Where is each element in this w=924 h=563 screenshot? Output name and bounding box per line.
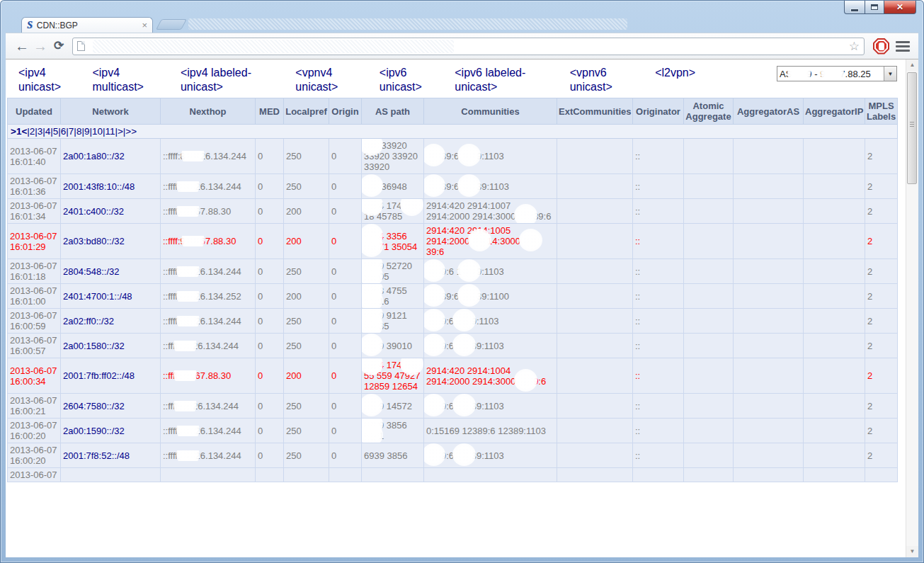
cell-atomic-aggregate [684, 334, 734, 358]
cell-network: 2804:548::/32 [61, 259, 161, 284]
cell-as-path: 36948 [362, 174, 424, 199]
cell-med [256, 468, 284, 482]
reload-button[interactable]: ⟳ [50, 37, 68, 55]
cell-localpref: 200 [284, 199, 329, 224]
cell-med: 0 [256, 394, 284, 419]
table-row: 2013-06-07 16:00:21 2604:7580::/32 ::fff… [8, 394, 898, 419]
network-link[interactable]: 2a00:1590::/32 [63, 426, 125, 436]
redaction-blur [364, 362, 379, 368]
cell-localpref [284, 468, 329, 482]
cell-origin: 0 [329, 284, 362, 309]
tab-close-icon[interactable]: × [142, 21, 147, 30]
cell-nexthop: ::ffff:967.88.30 [161, 224, 256, 259]
cell-extcommunities [557, 139, 633, 174]
back-button[interactable]: ← [13, 37, 31, 55]
cell-nexthop: ::ffff:26.134.244 [161, 174, 256, 199]
redaction-blur [364, 323, 379, 329]
menu-icon[interactable] [896, 41, 910, 52]
redaction-blur [364, 183, 379, 190]
redaction-blur [825, 71, 840, 77]
network-link[interactable]: 2a00:1a80::/32 [63, 151, 125, 161]
cell-originator: :: [633, 443, 684, 468]
cell-updated: 2013-06-07 16:01:34 [8, 199, 61, 224]
browser-window: ✕ S CDN::BGP × ← → ⟳ ☆ <ipv4 unicast> <i… [0, 0, 924, 563]
as-selector-value: AS9 - 97.88.25 [777, 69, 884, 79]
network-link[interactable]: 2401:4700:1::/48 [63, 291, 132, 302]
close-window-button[interactable]: ✕ [884, 1, 916, 14]
pagination-links[interactable]: |2|3|4|5|6|7|8|9|10|11|>|>> [27, 126, 137, 137]
scroll-down-button[interactable]: ▼ [906, 546, 918, 557]
cell-origin: 0 [329, 334, 362, 358]
nav-ipv4-unicast[interactable]: <ipv4 unicast> [18, 66, 65, 94]
network-link[interactable]: 2804:548::/32 [63, 266, 120, 277]
cell-aggregator-ip [804, 309, 865, 334]
as-selector[interactable]: AS9 - 97.88.25 ▼ [777, 66, 897, 81]
col-header-mpls-labels: MPLS Labels [865, 98, 898, 125]
col-header-localpref: Localpref [284, 98, 329, 125]
redaction-blur [426, 293, 441, 300]
cell-aggregator-ip [804, 394, 865, 419]
nav-vpnv4-unicast[interactable]: <vpnv4 unicast> [295, 66, 352, 94]
network-link[interactable]: 2401:c400::/32 [63, 206, 124, 217]
network-link[interactable]: 2001:7fb:ff02::/48 [63, 370, 135, 381]
address-family-nav: <ipv4 unicast> <ipv4 multicast> <ipv4 la… [6, 59, 906, 98]
forward-button[interactable]: → [31, 37, 50, 55]
cell-atomic-aggregate [684, 224, 734, 259]
close-icon: ✕ [896, 1, 903, 13]
network-link[interactable]: 2a02:ff0::/32 [63, 316, 114, 326]
bookmark-star-icon[interactable]: ☆ [849, 40, 860, 52]
table-row: 2013-06-07 16:01:36 2001:43f8:10::/48 ::… [8, 174, 898, 199]
redaction-blur [93, 40, 454, 53]
vertical-scrollbar[interactable]: ▲ ▼ [906, 59, 918, 557]
window-titlebar[interactable]: ✕ [6, 0, 918, 16]
cell-localpref: 250 [284, 174, 329, 199]
pagination[interactable]: >1<|2|3|4|5|6|7|8|9|10|11|>|>> [8, 125, 898, 139]
nav-ipv6-unicast[interactable]: <ipv6 unicast> [380, 66, 428, 94]
cell-as-path: 9 9121 35 [362, 309, 424, 334]
cell-extcommunities [557, 309, 633, 334]
maximize-button[interactable] [865, 1, 884, 14]
cell-network: 2001:43f8:10::/48 [61, 174, 161, 199]
col-header-atomic-aggregate: Atomic Aggregate [684, 98, 734, 125]
cell-communities [424, 468, 557, 482]
cell-med: 0 [256, 224, 284, 259]
network-link[interactable]: 2a00:1580::/32 [63, 341, 125, 351]
nav-ipv6-labeled-unicast[interactable]: <ipv6 labeled-unicast> [455, 66, 542, 94]
table-row: 2013-06-07 16:00:20 2001:7f8:52::/48 ::f… [8, 443, 898, 468]
cell-atomic-aggregate [684, 468, 734, 482]
cell-network: 2a00:1a80::/32 [61, 139, 161, 174]
network-link[interactable]: 2a03:bd80::/32 [63, 236, 125, 246]
dropdown-arrow-icon[interactable]: ▼ [884, 67, 896, 81]
table-row: 2013-06-07 16:01:34 2401:c400::/32 ::fff… [8, 199, 898, 224]
network-link[interactable]: 2001:43f8:10::/48 [63, 181, 135, 192]
cell-mpls-labels: 2 [865, 358, 898, 394]
address-bar[interactable]: ☆ [72, 38, 865, 55]
redaction-blur [364, 142, 379, 149]
cell-communities: 9:6 89:1103 [424, 334, 557, 358]
nav-l2vpn[interactable]: <l2vpn> [655, 66, 695, 80]
adblock-icon[interactable] [873, 38, 889, 55]
nav-ipv4-multicast[interactable]: <ipv4 multicast> [92, 66, 153, 94]
cell-aggregator-as [734, 334, 804, 358]
cell-atomic-aggregate [684, 174, 734, 199]
redaction-blur [181, 268, 195, 275]
scroll-up-button[interactable]: ▲ [906, 59, 918, 71]
network-link[interactable]: 2001:7f8:52::/48 [63, 450, 130, 461]
minimize-button[interactable] [844, 1, 865, 14]
cell-network: 2a00:1580::/32 [61, 334, 161, 358]
col-header-originator: Originator [633, 98, 684, 125]
nav-ipv4-labeled-unicast[interactable]: <ipv4 labeled-unicast> [181, 66, 268, 94]
cell-mpls-labels: 2 [865, 139, 898, 174]
cell-network: 2001:7fb:ff02::/48 [61, 358, 161, 394]
nav-vpnv6-unicast[interactable]: <vpnv6 unicast> [570, 66, 628, 94]
cell-med: 0 [256, 334, 284, 358]
redaction-blur [462, 268, 477, 275]
cell-atomic-aggregate [684, 358, 734, 394]
cell-aggregator-ip [804, 443, 865, 468]
cell-nexthop: ::ffff.67.88.30 [161, 358, 256, 394]
scrollbar-thumb[interactable] [907, 72, 917, 184]
browser-tab[interactable]: S CDN::BGP × [21, 17, 153, 33]
cell-extcommunities [557, 419, 633, 443]
new-tab-button[interactable] [156, 19, 187, 30]
network-link[interactable]: 2604:7580::/32 [63, 401, 125, 411]
